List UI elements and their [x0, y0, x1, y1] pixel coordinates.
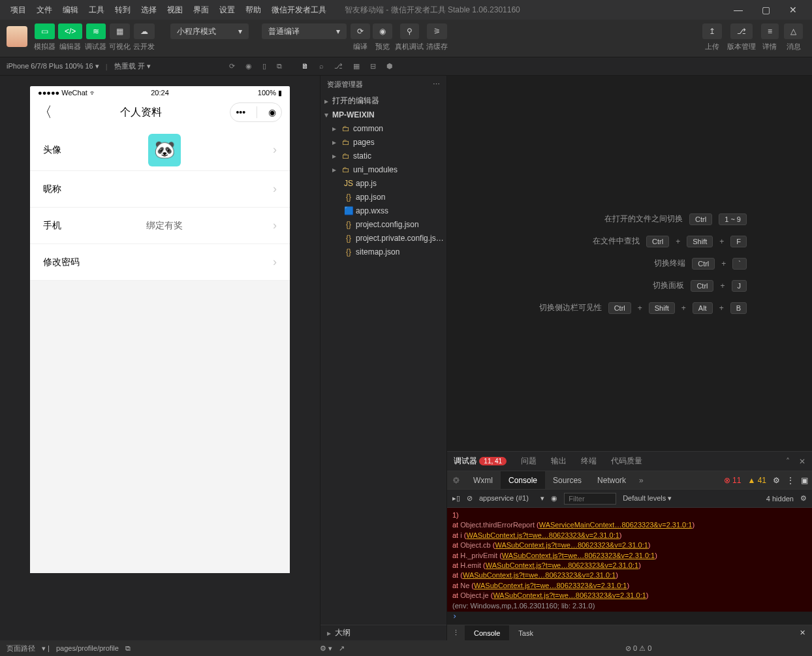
problems-counts[interactable]: ⊘ 0 ⚠ 0 [625, 644, 651, 653]
inspect-icon[interactable]: ⯐ [447, 476, 465, 485]
gear-icon[interactable]: ⚙ ▾ [320, 644, 332, 653]
more-tabs-icon[interactable]: » [634, 476, 649, 485]
menu-选择[interactable]: 选择 [136, 2, 162, 18]
tab-debugger[interactable]: 调试器 11, 41 [454, 456, 507, 467]
more-icon[interactable]: ⋯ [433, 80, 440, 89]
version-button[interactable]: ⎇ [730, 23, 753, 39]
mode-select[interactable]: 小程序模式▾ [170, 23, 249, 39]
menu-界面[interactable]: 界面 [188, 2, 214, 18]
console-prompt[interactable]: › [447, 612, 812, 625]
db-icon[interactable]: ⊟ [370, 62, 376, 70]
maximize-icon[interactable]: ▢ [752, 0, 779, 20]
kebab-icon[interactable]: ⋮ [787, 476, 794, 485]
menu-dots-icon[interactable]: ••• [236, 107, 245, 117]
menu-帮助[interactable]: 帮助 [240, 2, 266, 18]
clear-console-icon[interactable]: ⊘ [467, 494, 473, 503]
file-sitemap.json[interactable]: {}sitemap.json [320, 245, 446, 258]
cell-phone[interactable]: 手机 绑定有奖 › [30, 208, 290, 244]
refresh-icon[interactable]: ⟳ [229, 62, 235, 70]
levels-select[interactable]: Default levels ▾ [623, 494, 672, 503]
open-editors-section[interactable]: ▸打开的编辑器 [320, 94, 446, 108]
menu-设置[interactable]: 设置 [214, 2, 240, 18]
back-icon[interactable]: 〈 [38, 102, 52, 122]
cell-password[interactable]: 修改密码 › [30, 244, 290, 281]
gear-icon[interactable]: ⚙ [773, 476, 780, 485]
viz-button[interactable]: ▦ [110, 23, 130, 39]
tab-network[interactable]: Network [589, 471, 634, 489]
menu-项目[interactable]: 项目 [5, 2, 31, 18]
tab-sources[interactable]: Sources [545, 471, 589, 489]
bug-icon[interactable]: ⬢ [386, 62, 393, 70]
filter-input[interactable] [564, 493, 616, 505]
file-project.private.config.js…[interactable]: {}project.private.config.js… [320, 231, 446, 245]
message-button[interactable]: △ [784, 23, 803, 39]
editor-button[interactable]: </> [58, 23, 82, 39]
menu-微信开发者工具[interactable]: 微信开发者工具 [266, 2, 332, 18]
outline-section[interactable]: ▸大纲 [320, 625, 446, 640]
details-button[interactable]: ≡ [761, 23, 779, 39]
close-icon[interactable]: ✕ [779, 0, 807, 20]
folder-static[interactable]: ▸🗀static [320, 149, 446, 163]
tab-wxml[interactable]: Wxml [465, 471, 501, 489]
project-root[interactable]: ▾MP-WEIXIN [320, 108, 446, 121]
cloud-button[interactable]: ☁ [134, 23, 155, 39]
clearcache-button[interactable]: ⚞ [427, 23, 447, 39]
file-project.config.json[interactable]: {}project.config.json [320, 217, 446, 231]
folder-uni_modules[interactable]: ▸🗀uni_modules [320, 163, 446, 176]
menu-转到[interactable]: 转到 [110, 2, 136, 18]
gear-icon[interactable]: ⚙ [800, 494, 807, 503]
context-select[interactable]: appservice (#1) ▾ [479, 494, 544, 503]
panel-close-icon[interactable]: ✕ [799, 457, 805, 466]
file-app.json[interactable]: {}app.json [320, 190, 446, 204]
minimize-icon[interactable]: — [725, 0, 752, 20]
target-icon[interactable]: ◉ [268, 107, 276, 117]
tab-quality[interactable]: 代码质量 [611, 456, 642, 467]
pagepath-value[interactable]: pages/profile/profile [56, 644, 119, 652]
files-icon[interactable]: 🗎 [302, 62, 309, 70]
record-icon[interactable]: ◉ [245, 62, 252, 70]
eye-icon[interactable]: ◉ [551, 494, 557, 503]
user-avatar[interactable] [7, 26, 27, 47]
hotreload-toggle[interactable]: 热重载 开 ▾ [114, 61, 151, 71]
menu-工具[interactable]: 工具 [84, 2, 110, 18]
menu-文件[interactable]: 文件 [31, 2, 57, 18]
error-count[interactable]: ⊗ 11 [724, 476, 742, 485]
warn-count[interactable]: ▲ 41 [747, 476, 766, 485]
device-select[interactable]: iPhone 6/7/8 Plus 100% 16 ▾ [7, 62, 99, 70]
copy-icon[interactable]: ⧉ [277, 62, 282, 70]
file-app.wxss[interactable]: 🟦app.wxss [320, 204, 446, 217]
phone-icon[interactable]: ▯ [262, 62, 266, 70]
upload-button[interactable]: ↥ [702, 23, 722, 39]
simulator-button[interactable]: ▭ [35, 23, 55, 39]
preview-button[interactable]: ◉ [373, 23, 392, 39]
drawer-kebab-icon[interactable]: ⋮ [447, 629, 465, 637]
cell-avatar[interactable]: 头像 🐼 › [30, 129, 290, 171]
tab-terminal[interactable]: 终端 [581, 456, 597, 467]
tab-output[interactable]: 输出 [551, 456, 567, 467]
dock-icon[interactable]: ▣ [801, 476, 808, 485]
debugger-button[interactable]: ≋ [86, 23, 106, 39]
drawer-close-icon[interactable]: ✕ [800, 629, 812, 637]
git-icon[interactable]: ⎇ [334, 62, 343, 70]
drawer-console[interactable]: Console [465, 625, 509, 640]
tab-console[interactable]: Console [501, 471, 545, 489]
capsule[interactable]: •••◉ [230, 102, 282, 122]
drawer-task[interactable]: Task [509, 625, 542, 640]
tab-problems[interactable]: 问题 [521, 456, 537, 467]
realdebug-button[interactable]: ⚲ [400, 23, 419, 39]
menu-视图[interactable]: 视图 [162, 2, 188, 18]
popout-icon[interactable]: ↗ [339, 644, 345, 653]
hidden-count[interactable]: 4 hidden [766, 495, 794, 503]
folder-pages[interactable]: ▸🗀pages [320, 135, 446, 149]
menu-编辑[interactable]: 编辑 [57, 2, 84, 18]
compile-button[interactable]: ⟳ [351, 23, 370, 39]
folder-common[interactable]: ▸🗀common [320, 121, 446, 135]
ext-icon[interactable]: ▦ [353, 62, 360, 70]
sidebar-toggle-icon[interactable]: ▸▯ [452, 494, 460, 503]
file-app.js[interactable]: JSapp.js [320, 176, 446, 190]
cell-nickname[interactable]: 昵称 › [30, 171, 290, 208]
collapse-icon[interactable]: ˄ [786, 457, 790, 466]
search-icon[interactable]: ⌕ [319, 62, 324, 70]
copy-path-icon[interactable]: ⧉ [125, 644, 131, 653]
compile-select[interactable]: 普通编译▾ [262, 23, 347, 39]
